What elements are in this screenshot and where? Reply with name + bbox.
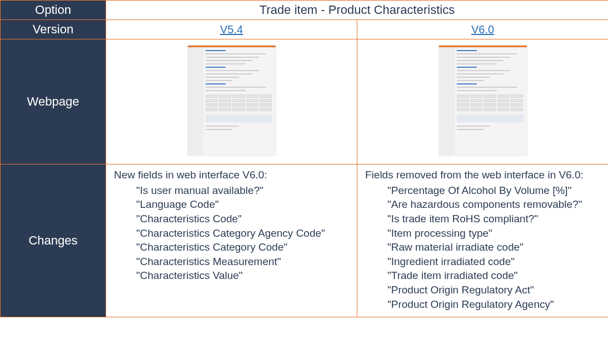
label-version: Version — [1, 20, 106, 39]
label-option: Option — [1, 1, 106, 20]
version-left-cell: V5.4 — [106, 20, 357, 39]
version-right-cell: V6.0 — [357, 20, 609, 39]
list-item: Language Code — [136, 197, 349, 212]
list-item: Item processing type — [387, 226, 600, 241]
changes-right-list: Percentage Of Alcohol By Volume [%]Are h… — [365, 183, 600, 312]
list-item: Is user manual available? — [136, 183, 349, 198]
list-item: Is trade item RoHS compliant? — [387, 212, 600, 226]
list-item: Characteristics Code — [136, 212, 349, 226]
webpage-thumb-right-cell — [357, 39, 609, 164]
changes-right-intro: Fields removed from the web interface in… — [365, 168, 600, 182]
list-item: Are hazardous components removable? — [387, 197, 600, 212]
list-item: Product Origin Regulatory Act — [387, 283, 600, 297]
list-item: Characteristics Measurement — [136, 255, 349, 269]
webpage-thumbnail-v60 — [438, 45, 527, 156]
label-changes: Changes — [1, 164, 106, 317]
comparison-table: Option Trade item - Product Characterist… — [0, 0, 608, 317]
list-item: Raw material irradiate code — [387, 240, 600, 255]
page-title: Trade item - Product Characteristics — [106, 1, 609, 20]
changes-left-intro: New fields in web interface V6.0: — [114, 168, 349, 182]
list-item: Product Origin Regulatory Agency — [387, 297, 600, 312]
changes-left-cell: New fields in web interface V6.0: Is use… — [106, 164, 357, 317]
list-item: Ingredient irradiated code — [387, 255, 600, 269]
list-item: Characteristics Category Agency Code — [136, 226, 349, 241]
list-item: Characteristics Category Code — [136, 240, 349, 255]
version-link-v60[interactable]: V6.0 — [471, 23, 494, 36]
webpage-thumb-left-cell — [106, 39, 357, 164]
list-item: Trade item irradiated code — [387, 268, 600, 283]
label-webpage: Webpage — [1, 39, 106, 164]
list-item: Percentage Of Alcohol By Volume [%] — [387, 183, 600, 198]
list-item: Characteristics Value — [136, 268, 349, 283]
changes-left-list: Is user manual available?Language CodeCh… — [114, 183, 349, 283]
version-link-v54[interactable]: V5.4 — [220, 23, 243, 36]
webpage-thumbnail-v54 — [187, 45, 276, 156]
changes-right-cell: Fields removed from the web interface in… — [357, 164, 609, 317]
